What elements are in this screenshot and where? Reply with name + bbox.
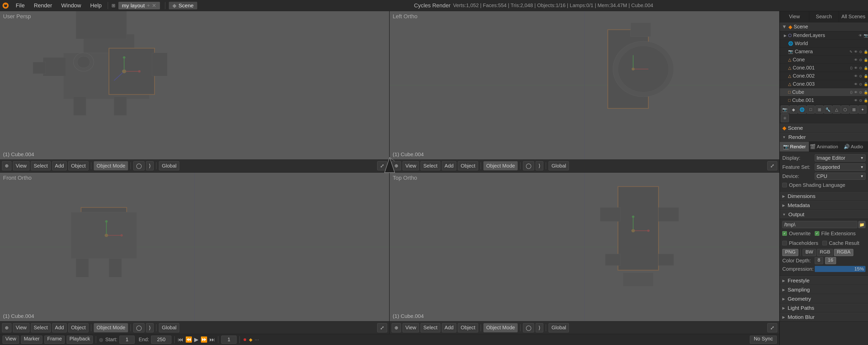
open-shading-checkbox[interactable] xyxy=(782,183,787,187)
placeholders-checkbox[interactable] xyxy=(782,241,787,245)
file-ext-checkbox[interactable]: ✓ xyxy=(815,231,819,236)
vp-tr-mode[interactable]: Object Mode xyxy=(484,161,518,170)
vp-br-object[interactable]: Object xyxy=(458,323,478,332)
vp-tl-view[interactable]: View xyxy=(13,161,29,170)
prop-scene-icon-btn[interactable]: ◆ xyxy=(789,105,798,114)
prop-texture-icon-btn[interactable]: ⊠ xyxy=(850,105,858,114)
vp-tr-select[interactable]: Select xyxy=(421,161,440,170)
cube-eye-icon[interactable]: 👁 xyxy=(854,90,858,94)
render-icon[interactable]: 📷 xyxy=(864,33,868,37)
menu-help[interactable]: Help xyxy=(86,0,106,11)
vp-tl-expand[interactable]: ⤢ xyxy=(377,161,387,170)
vp-tl-circle[interactable]: ◯ xyxy=(133,161,145,170)
vp-br-global[interactable]: Global xyxy=(549,323,569,332)
prop-data-icon-btn[interactable]: △ xyxy=(833,105,841,114)
output-path-browse-btn[interactable]: 📁 xyxy=(858,221,865,228)
vp-tl-mode[interactable]: Object Mode xyxy=(94,161,128,170)
vp-br-expand[interactable]: ⤢ xyxy=(767,323,777,332)
prop-material-icon-btn[interactable]: ⬡ xyxy=(841,105,849,114)
rp-tab-view[interactable]: View xyxy=(780,11,809,22)
sub-tab-render[interactable]: 📷 Render xyxy=(780,142,809,152)
camera-edit-icon[interactable]: ✎ xyxy=(849,50,852,54)
metadata-section[interactable]: ▶ Metadata xyxy=(780,201,868,210)
layout-name-tag[interactable]: my layout + ✕ xyxy=(118,2,160,9)
vp-tl-add[interactable]: Add xyxy=(52,161,67,170)
camera-eye-icon[interactable]: 👁 xyxy=(854,50,858,54)
tl-skip-end-icon[interactable]: ⏭ xyxy=(209,336,215,343)
vp-br-add[interactable]: Add xyxy=(442,323,457,332)
tree-item-cone001[interactable]: ▶ △ Cone.001 ⟨⟩ 👁 ⊙ 🔒 xyxy=(780,64,868,72)
prop-constraint-icon-btn[interactable]: ⊞ xyxy=(815,105,824,114)
vp-tr-global[interactable]: Global xyxy=(549,161,569,170)
vp-tl-tools[interactable]: ⟩ xyxy=(146,161,154,170)
prop-physics-icon-btn[interactable]: ⚛ xyxy=(781,114,789,122)
tree-item-camera[interactable]: ▶ 📷 Camera ✎ 👁 ⊙ 🔒 xyxy=(780,48,868,56)
rp-tab-allscenes[interactable]: All Scenes xyxy=(839,11,868,22)
prop-world-icon-btn[interactable]: 🌐 xyxy=(798,105,806,114)
prop-particles-icon-btn[interactable]: ✦ xyxy=(858,105,866,114)
tree-item-cone002[interactable]: ▶ △ Cone.002 👁 ⊙ 🔒 xyxy=(780,72,868,80)
vp-bl-expand[interactable]: ⤢ xyxy=(377,323,387,332)
compression-bar[interactable]: 15% xyxy=(815,266,865,272)
tree-item-cone[interactable]: ▶ △ Cone 👁 ⊙ 🔒 xyxy=(780,56,868,64)
vp-tr-circle[interactable]: ◯ xyxy=(523,161,534,170)
vp-bl-circle[interactable]: ◯ xyxy=(133,323,145,332)
tl-skip-start-icon[interactable]: ⏮ xyxy=(178,336,183,343)
vp-bl-select[interactable]: Select xyxy=(31,323,51,332)
vp-tr-icon[interactable]: ⊕ xyxy=(392,161,401,170)
device-dropdown[interactable]: CPU ▼ xyxy=(815,172,865,180)
tl-play-icon[interactable]: ▶ xyxy=(194,336,198,343)
viewport-top-ortho[interactable]: Top Ortho (1) Cube.004 ⊕ View Select Add… xyxy=(390,172,779,334)
vp-tr-view[interactable]: View xyxy=(403,161,419,170)
output-path-input[interactable] xyxy=(782,221,857,228)
cone003-lock-icon[interactable]: 🔒 xyxy=(864,82,868,86)
freestyle-section[interactable]: ▶ Freestyle xyxy=(780,276,868,285)
sampling-section[interactable]: ▶ Sampling xyxy=(780,285,868,294)
scene-props-header[interactable]: ◆ Scene xyxy=(780,123,868,132)
vp-tr-expand[interactable]: ⤢ xyxy=(767,161,777,170)
vp-br-tools[interactable]: ⟩ xyxy=(536,323,543,332)
tl-prev-icon[interactable]: ⏪ xyxy=(185,336,192,343)
tl-current-frame[interactable] xyxy=(221,336,237,344)
cube001-eye-icon[interactable]: 👁 xyxy=(854,98,858,102)
vp-bl-tools[interactable]: ⟩ xyxy=(146,323,154,332)
tl-next-icon[interactable]: ⏩ xyxy=(200,336,207,343)
prop-object-icon-btn[interactable]: □ xyxy=(807,105,815,114)
cone003-render-icon[interactable]: ⊙ xyxy=(859,82,862,86)
tl-more-icon[interactable]: ⋯ xyxy=(254,337,259,342)
light-paths-section[interactable]: ▶ Light Paths xyxy=(780,304,868,313)
overwrite-checkbox[interactable]: ✓ xyxy=(782,231,787,236)
vp-tr-tools[interactable]: ⟩ xyxy=(536,161,543,170)
vp-br-select[interactable]: Select xyxy=(421,323,440,332)
vp-tl-select[interactable]: Select xyxy=(31,161,51,170)
viewport-user-persp[interactable]: User Persp (1) Cube.004 ⊕ View Select Ad… xyxy=(0,11,390,172)
camera-lock-icon[interactable]: 🔒 xyxy=(864,50,868,54)
camera-render-icon[interactable]: ⊙ xyxy=(859,50,862,54)
format-rgba-btn[interactable]: RGBA xyxy=(834,249,853,256)
cube-render-icon[interactable]: ⊙ xyxy=(859,90,862,94)
cone001-lock-icon[interactable]: 🔒 xyxy=(864,66,868,70)
vp-tr-add[interactable]: Add xyxy=(442,161,457,170)
vp-bl-object[interactable]: Object xyxy=(68,323,89,332)
color-depth-16-btn[interactable]: 16 xyxy=(825,257,836,264)
vp-bl-mode[interactable]: Object Mode xyxy=(94,323,128,332)
tree-item-renderlayers[interactable]: ▶ ⬡ RenderLayers 👁 📷 xyxy=(780,31,868,39)
tl-key-icon[interactable]: ◆ xyxy=(249,337,252,342)
dimensions-section[interactable]: ▶ Dimensions xyxy=(780,192,868,201)
cone002-eye-icon[interactable]: 👁 xyxy=(854,74,858,78)
prop-render-icon-btn[interactable]: 📷 xyxy=(781,105,789,114)
tree-item-cone003[interactable]: ▶ △ Cone.003 👁 ⊙ 🔒 xyxy=(780,80,868,88)
cube001-lock-icon[interactable]: 🔒 xyxy=(864,98,868,102)
rp-tab-search[interactable]: Search xyxy=(809,11,839,22)
cache-checkbox[interactable] xyxy=(823,241,827,245)
vp-br-view[interactable]: View xyxy=(403,323,419,332)
scene-section-header[interactable]: ▼ ◆ Scene xyxy=(780,22,868,31)
tree-item-cube001[interactable]: ▶ □ Cube.001 👁 ⊙ 🔒 xyxy=(780,96,868,104)
tl-start-input[interactable] xyxy=(119,336,134,344)
cone001-render-icon[interactable]: ⊙ xyxy=(859,66,862,70)
cube001-render-icon[interactable]: ⊙ xyxy=(859,98,862,102)
cone002-lock-icon[interactable]: 🔒 xyxy=(864,74,868,78)
tl-nosync-btn[interactable]: No Sync xyxy=(750,336,777,344)
tl-view-btn[interactable]: View xyxy=(3,336,19,344)
cone001-eye-icon[interactable]: 👁 xyxy=(854,66,858,70)
